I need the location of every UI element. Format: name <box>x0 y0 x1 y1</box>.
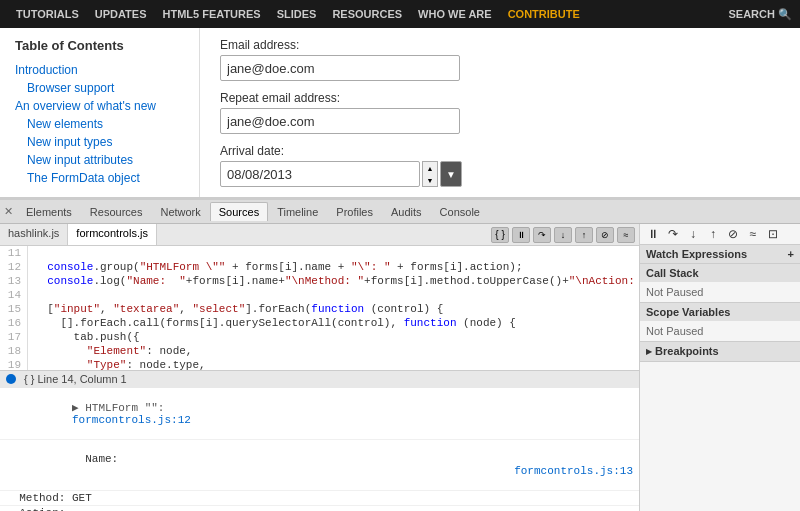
tab-resources[interactable]: Resources <box>81 202 152 221</box>
code-line-13: 13 console.log("Name: "+forms[i].name+"\… <box>0 274 639 288</box>
code-line-12: 12 console.group("HTMLForm \"" + forms[i… <box>0 260 639 274</box>
main-area: Table of Contents Introduction Browser s… <box>0 28 800 198</box>
tab-timeline[interactable]: Timeline <box>268 202 327 221</box>
debug-async-btn[interactable]: ≈ <box>744 226 762 242</box>
tab-elements[interactable]: Elements <box>17 202 81 221</box>
watch-expressions-section: Watch Expressions + <box>640 245 800 264</box>
nav-slides[interactable]: SLIDES <box>269 0 325 28</box>
call-stack-label: Call Stack <box>646 267 699 279</box>
scope-variables-body: Not Paused <box>640 321 800 341</box>
date-wrapper: ▲ ▼ ▼ <box>220 161 780 187</box>
console-method: Method: GET <box>0 491 639 506</box>
async-btn[interactable]: ≈ <box>617 227 635 243</box>
code-line-18: 18 "Element": node, <box>0 344 639 358</box>
watch-add-btn[interactable]: + <box>788 248 794 260</box>
call-stack-body: Not Paused <box>640 282 800 302</box>
debug-extra-btn[interactable]: ⊡ <box>764 226 782 242</box>
code-line-16: 16 [].forEach.call(forms[i].querySelecto… <box>0 316 639 330</box>
file-tab-hashlink[interactable]: hashlink.js <box>0 224 68 245</box>
code-line-19: 19 "Type": node.type, <box>0 358 639 370</box>
watch-expressions-label: Watch Expressions <box>646 248 747 260</box>
nav-tutorials[interactable]: TUTORIALS <box>8 0 87 28</box>
code-editor[interactable]: 11 12 console.group("HTMLForm \"" + form… <box>0 246 639 370</box>
sidebar-toc: Table of Contents Introduction Browser s… <box>0 28 200 197</box>
toc-introduction[interactable]: Introduction <box>15 61 184 79</box>
console-output[interactable]: ▶ HTMLForm "": formcontrols.js:12 Name: … <box>0 388 639 512</box>
console-group-htmlform: ▶ HTMLForm "": formcontrols.js:12 <box>0 388 639 440</box>
nav-whoweare[interactable]: WHO WE ARE <box>410 0 500 28</box>
file-tab-formcontrols[interactable]: formcontrols.js <box>68 224 157 245</box>
arrival-group: Arrival date: ▲ ▼ ▼ <box>220 144 780 187</box>
debug-step-into-btn[interactable]: ↓ <box>684 226 702 242</box>
status-bar: { } Line 14, Column 1 <box>0 370 639 388</box>
search-button[interactable]: SEARCH 🔍 <box>728 8 792 21</box>
nav-contribute[interactable]: CONTRIBUTE <box>500 0 588 28</box>
debug-deactivate-btn[interactable]: ⊘ <box>724 226 742 242</box>
tab-audits[interactable]: Audits <box>382 202 431 221</box>
debug-pause-btn[interactable]: ⏸ <box>644 226 662 242</box>
date-spinner: ▲ ▼ <box>422 161 438 187</box>
console-link-12[interactable]: formcontrols.js:12 <box>72 414 191 426</box>
source-file-tabs: hashlink.js formcontrols.js { } ⏸ ↷ ↓ ↑ … <box>0 224 639 246</box>
breakpoints-header[interactable]: ▸ Breakpoints <box>640 342 800 361</box>
tab-console[interactable]: Console <box>431 202 489 221</box>
scope-variables-section: Scope Variables Not Paused <box>640 303 800 342</box>
debug-step-out-btn[interactable]: ↑ <box>704 226 722 242</box>
devtools-body: hashlink.js formcontrols.js { } ⏸ ↷ ↓ ↑ … <box>0 224 800 511</box>
arrival-label: Arrival date: <box>220 144 780 158</box>
toc-new-input-attributes[interactable]: New input attributes <box>15 151 184 169</box>
watch-expressions-header[interactable]: Watch Expressions + <box>640 245 800 263</box>
tab-network[interactable]: Network <box>151 202 209 221</box>
deactivate-btn[interactable]: ⊘ <box>596 227 614 243</box>
toc-title: Table of Contents <box>15 38 184 53</box>
nav-html5features[interactable]: HTML5 FEATURES <box>155 0 269 28</box>
date-up-btn[interactable]: ▲ <box>423 162 437 174</box>
devtools-tabs: ✕ Elements Resources Network Sources Tim… <box>0 200 800 224</box>
code-line-14: 14 <box>0 288 639 302</box>
breakpoint-indicator <box>6 374 16 384</box>
date-down-btn[interactable]: ▼ <box>423 174 437 186</box>
toc-new-elements[interactable]: New elements <box>15 115 184 133</box>
toc-formdata[interactable]: The FormData object <box>15 169 184 187</box>
repeat-email-group: Repeat email address: <box>220 91 780 134</box>
console-link-13: formcontrols.js:13 <box>514 465 633 477</box>
date-dropdown-btn[interactable]: ▼ <box>440 161 462 187</box>
scope-label: Scope Variables <box>646 306 730 318</box>
repeat-email-label: Repeat email address: <box>220 91 780 105</box>
source-panel: hashlink.js formcontrols.js { } ⏸ ↷ ↓ ↑ … <box>0 224 640 511</box>
repeat-email-input[interactable] <box>220 108 460 134</box>
call-stack-section: Call Stack Not Paused <box>640 264 800 303</box>
email-input[interactable] <box>220 55 460 81</box>
scope-variables-header[interactable]: Scope Variables <box>640 303 800 321</box>
call-stack-state: Not Paused <box>646 286 703 298</box>
code-line-11: 11 <box>0 246 639 260</box>
debugger-controls: ⏸ ↷ ↓ ↑ ⊘ ≈ ⊡ <box>640 224 800 245</box>
arrival-date-input[interactable] <box>220 161 420 187</box>
debug-step-over-btn[interactable]: ↷ <box>664 226 682 242</box>
scope-state: Not Paused <box>646 325 703 337</box>
nav-resources[interactable]: RESOURCES <box>324 0 410 28</box>
right-panel: ⏸ ↷ ↓ ↑ ⊘ ≈ ⊡ Watch Expressions + Call S… <box>640 224 800 511</box>
console-action: Action: <box>0 506 639 512</box>
devtools-close-btn[interactable]: ✕ <box>4 205 13 218</box>
step-out-btn[interactable]: ↑ <box>575 227 593 243</box>
devtools-panel: ✕ Elements Resources Network Sources Tim… <box>0 198 800 511</box>
step-over-btn[interactable]: ↷ <box>533 227 551 243</box>
email-group: Email address: <box>220 38 780 81</box>
breakpoints-section: ▸ Breakpoints <box>640 342 800 362</box>
format-btn[interactable]: { } <box>491 227 509 243</box>
status-text: { } Line 14, Column 1 <box>24 373 127 385</box>
step-into-btn[interactable]: ↓ <box>554 227 572 243</box>
breakpoints-label: ▸ Breakpoints <box>646 345 719 358</box>
code-line-17: 17 tab.push({ <box>0 330 639 344</box>
toc-overview[interactable]: An overview of what's new <box>15 97 184 115</box>
pause-btn[interactable]: ⏸ <box>512 227 530 243</box>
email-label: Email address: <box>220 38 780 52</box>
toc-new-input-types[interactable]: New input types <box>15 133 184 151</box>
call-stack-header[interactable]: Call Stack <box>640 264 800 282</box>
toc-browser-support[interactable]: Browser support <box>15 79 184 97</box>
nav-updates[interactable]: UPDATES <box>87 0 155 28</box>
top-nav: TUTORIALS UPDATES HTML5 FEATURES SLIDES … <box>0 0 800 28</box>
tab-profiles[interactable]: Profiles <box>327 202 382 221</box>
tab-sources[interactable]: Sources <box>210 202 268 221</box>
